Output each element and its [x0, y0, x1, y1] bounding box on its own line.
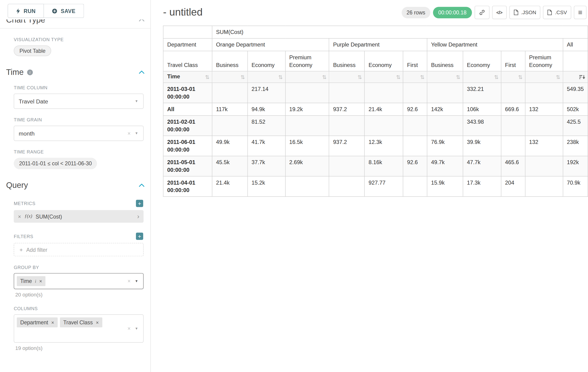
pivot-class-header: Economy — [365, 51, 403, 71]
pivot-value-cell: 204 — [501, 176, 525, 196]
pivot-value-cell: 132 — [525, 103, 563, 116]
pivot-value-cell — [427, 83, 463, 103]
explore-page: RUN SAVE Chart Type VISUALIZATION TYPE P… — [0, 0, 588, 372]
sort-toggle-icon[interactable]: ⇅ — [556, 74, 560, 80]
columns-chip[interactable]: Department × — [17, 317, 57, 327]
export-json-button[interactable]: .JSON — [509, 6, 540, 19]
export-csv-button[interactable]: .CSV — [543, 6, 571, 19]
pivot-row-header: 2011-03-01 00:00:00 — [163, 83, 212, 103]
menu-button[interactable]: ≡ — [574, 6, 586, 19]
lightning-icon — [16, 8, 20, 13]
group-by-label: GROUP BY — [14, 265, 143, 270]
expand-metric-icon[interactable]: › — [137, 213, 139, 220]
pivot-value-cell — [403, 136, 427, 156]
chart-header-controls: 26 rows 00:00:00.18 </> .JSON — [402, 6, 587, 19]
remove-chip-icon[interactable]: × — [51, 319, 54, 325]
pivot-value-cell: 70.9k — [563, 176, 588, 196]
columns-label: COLUMNS — [14, 306, 143, 311]
chart-title: - untitled — [163, 7, 203, 18]
group-by-options-hint: 20 option(s) — [15, 292, 151, 298]
pivot-value-cell — [403, 176, 427, 196]
pivot-sort-cell: ⇅ — [501, 71, 525, 83]
add-metric-button[interactable]: + — [136, 200, 143, 207]
pivot-value-cell: 94.9k — [248, 103, 285, 116]
pivot-value-cell: 15.9k — [427, 176, 463, 196]
run-button[interactable]: RUN — [8, 4, 44, 18]
pivot-dimension-label: Department — [163, 38, 212, 51]
pivot-value-cell — [403, 83, 427, 103]
chevron-up-icon[interactable] — [139, 71, 144, 74]
pivot-value-cell: 132 — [525, 136, 563, 156]
pivot-value-cell — [501, 116, 525, 136]
pivot-value-cell: 217.14 — [248, 83, 285, 103]
export-csv-label: .CSV — [555, 10, 567, 15]
pivot-class-header: First — [403, 51, 427, 71]
copy-link-button[interactable] — [475, 6, 489, 19]
columns-select[interactable]: Department × Travel Class × × ▼ — [14, 314, 144, 343]
caret-down-icon: ▼ — [135, 99, 138, 103]
pivot-class-header: Economy — [463, 51, 501, 71]
remove-chip-icon[interactable]: × — [39, 278, 42, 284]
remove-chip-icon[interactable]: × — [96, 319, 99, 325]
pivot-value-cell: 106k — [463, 103, 501, 116]
pivot-table: SUM(Cost)DepartmentOrange DepartmentPurp… — [163, 26, 588, 197]
pivot-value-cell: 937.2 — [329, 103, 365, 116]
add-filter-plus-button[interactable]: + — [136, 233, 143, 240]
clear-all-icon[interactable]: × — [127, 278, 130, 284]
save-button[interactable]: SAVE — [44, 4, 84, 18]
query-section-header[interactable]: Query — [6, 181, 144, 190]
clear-icon[interactable]: × — [127, 130, 130, 136]
add-filter-button[interactable]: + Add filter — [14, 243, 144, 256]
pivot-value-cell: 8.16k — [365, 156, 403, 176]
pivot-value-cell — [212, 116, 248, 136]
sort-toggle-icon[interactable]: ⇅ — [420, 74, 425, 80]
pivot-class-header: Economy — [248, 51, 285, 71]
chevron-up-icon[interactable] — [139, 184, 144, 187]
pivot-value-cell — [329, 83, 365, 103]
caret-down-icon: ▼ — [135, 279, 138, 283]
pivot-sort-cell: ⇅ — [248, 71, 285, 83]
pivot-value-cell — [285, 176, 329, 196]
pivot-value-cell — [427, 116, 463, 136]
pivot-value-cell — [329, 176, 365, 196]
sort-toggle-icon[interactable]: ⇅ — [322, 74, 326, 80]
pivot-value-cell: 117k — [212, 103, 248, 116]
chart-type-section-header[interactable]: Chart Type — [6, 20, 144, 25]
sort-toggle-icon[interactable]: ⇅ — [205, 74, 210, 80]
pivot-metric-header: SUM(Cost) — [212, 26, 588, 38]
viz-type-pill[interactable]: Pivot Table — [14, 46, 51, 56]
pivot-value-cell: 927.77 — [365, 176, 403, 196]
time-grain-select[interactable]: month × ▼ — [14, 126, 144, 141]
embed-code-button[interactable]: </> — [492, 6, 506, 19]
columns-chip[interactable]: Travel Class × — [60, 317, 102, 327]
time-section-header[interactable]: Time i — [6, 68, 144, 77]
chevron-up-icon — [139, 20, 144, 21]
pivot-value-cell — [212, 83, 248, 103]
columns-options-hint: 19 option(s) — [15, 345, 151, 351]
sort-toggle-icon[interactable]: ⇅ — [494, 74, 499, 80]
sort-toggle-icon[interactable]: ⇅ — [241, 74, 245, 80]
group-by-chip[interactable]: Time i × — [17, 276, 46, 286]
sort-toggle-icon[interactable]: ⇅ — [278, 74, 283, 80]
sort-desc-icon[interactable] — [579, 74, 585, 79]
group-by-select[interactable]: Time i × × ▼ — [14, 273, 144, 289]
sort-toggle-icon[interactable]: ⇅ — [518, 74, 523, 80]
time-range-pill[interactable]: 2011-01-01 ≤ col < 2011-06-30 — [14, 158, 97, 169]
clear-all-icon[interactable]: × — [127, 326, 130, 331]
time-grain-value: month — [19, 130, 35, 137]
pivot-class-header: Premium Economy — [525, 51, 563, 71]
action-bar: RUN SAVE — [0, 0, 150, 18]
pivot-value-cell: 21.4k — [212, 176, 248, 196]
save-label: SAVE — [61, 8, 75, 14]
time-column-value: Travel Date — [19, 98, 48, 104]
pivot-row-header: All — [163, 103, 212, 116]
chip-label: Department — [20, 319, 48, 325]
time-column-select[interactable]: Travel Date ▼ — [14, 94, 144, 109]
remove-metric-icon[interactable]: × — [18, 213, 21, 220]
run-label: RUN — [24, 8, 36, 14]
sort-toggle-icon[interactable]: ⇅ — [456, 74, 460, 80]
metric-pill[interactable]: × ƒ(x) SUM(Cost) › — [14, 210, 144, 223]
sort-toggle-icon[interactable]: ⇅ — [396, 74, 400, 80]
pivot-value-cell: 17.3k — [463, 176, 501, 196]
sort-toggle-icon[interactable]: ⇅ — [358, 74, 362, 80]
